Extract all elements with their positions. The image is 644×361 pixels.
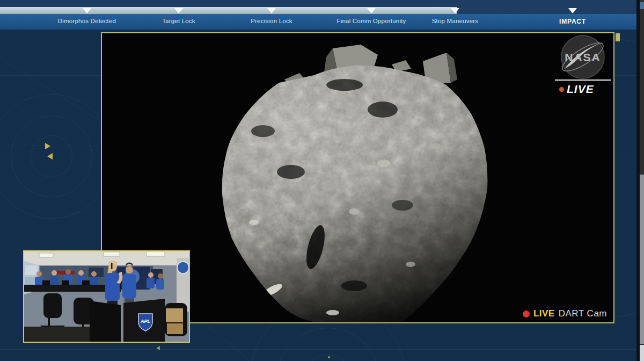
mission-control-scene: APL bbox=[24, 251, 189, 342]
timeline-station-precision-lock: Precision Lock bbox=[251, 18, 292, 24]
caption-live-label: LIVE bbox=[533, 308, 555, 319]
live-label: LIVE bbox=[567, 83, 594, 96]
live-dot-icon bbox=[559, 87, 564, 92]
timeline-station-target-lock: Target Lock bbox=[162, 18, 195, 24]
broadcast-bug: NASA LIVE bbox=[555, 34, 611, 82]
marker-arrow-icon bbox=[47, 153, 53, 160]
mission-control-pip: APL bbox=[23, 250, 190, 343]
scrollbar-bottom-segment bbox=[640, 345, 644, 361]
timeline-station-stop-maneuvers: Stop Maneuvers bbox=[432, 18, 479, 24]
station-marker-icon bbox=[451, 8, 459, 13]
timeline-label-bar: Dimorphos Detected Target Lock Precision… bbox=[0, 14, 637, 30]
marker-arrow-icon bbox=[156, 346, 160, 350]
marker-arrow-icon bbox=[45, 143, 50, 149]
record-dot-icon bbox=[523, 311, 530, 317]
nasa-logo-text: NASA bbox=[565, 51, 601, 63]
bg-line bbox=[0, 349, 644, 350]
station-marker-icon bbox=[267, 8, 276, 13]
marker-dot-icon bbox=[328, 356, 330, 358]
timeline-top-strip bbox=[0, 0, 637, 7]
bug-separator-line bbox=[555, 80, 611, 81]
camera-caption: LIVE DART Cam bbox=[523, 308, 607, 319]
frame-notch bbox=[616, 33, 620, 41]
caption-camera-label: DART Cam bbox=[559, 308, 607, 319]
bg-ring bbox=[0, 94, 114, 219]
apl-logo-text: APL bbox=[140, 319, 150, 324]
station-marker-icon bbox=[367, 8, 376, 13]
scrollbar-segment bbox=[640, 2, 644, 9]
timeline-progress-track bbox=[0, 7, 637, 14]
timeline-station-impact: IMPACT bbox=[559, 18, 586, 25]
timeline-progress-fill bbox=[0, 7, 457, 14]
station-marker-icon bbox=[568, 8, 577, 13]
station-marker-icon bbox=[174, 8, 183, 13]
scrollbar-thumb[interactable] bbox=[640, 175, 644, 344]
nasa-meatball-icon: NASA bbox=[555, 34, 611, 80]
timeline-station-final-comm: Final Comm Opportunity bbox=[336, 18, 406, 24]
station-marker-icon bbox=[83, 8, 91, 13]
timeline-station-dimorphos-detected: Dimorphos Detected bbox=[58, 18, 116, 24]
